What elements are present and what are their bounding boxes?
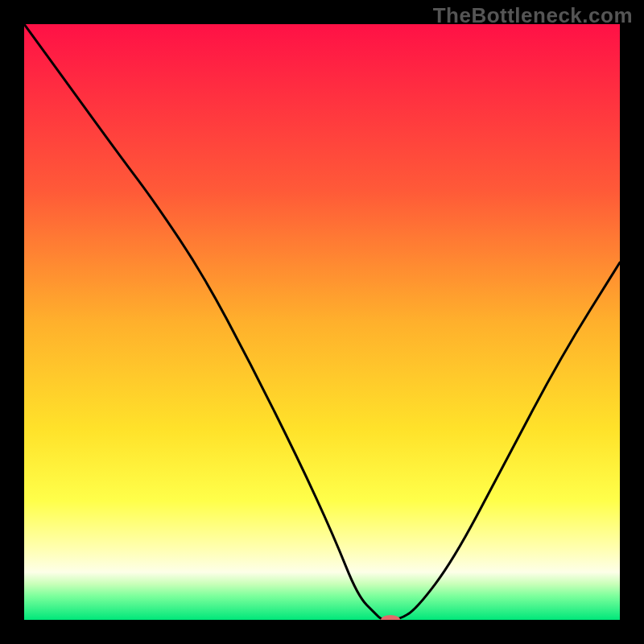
plot-area: [24, 24, 620, 620]
chart-frame: TheBottleneck.com: [0, 0, 644, 644]
gradient-background: [24, 24, 620, 620]
watermark-text: TheBottleneck.com: [433, 3, 633, 28]
bottleneck-chart: [24, 24, 620, 620]
